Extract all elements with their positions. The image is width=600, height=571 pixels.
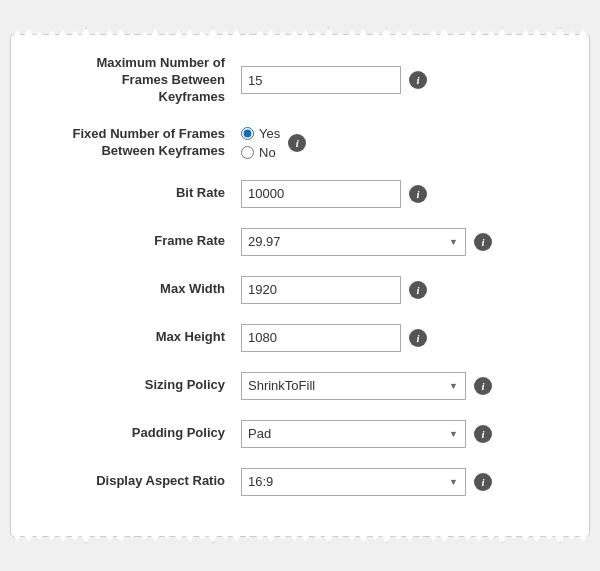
aspect-ratio-label: Display Aspect Ratio xyxy=(41,473,241,490)
frame-rate-info-icon[interactable]: i xyxy=(474,233,492,251)
radio-yes-item[interactable]: Yes xyxy=(241,126,280,141)
max-frames-input[interactable] xyxy=(241,66,401,94)
bit-rate-input[interactable] xyxy=(241,180,401,208)
max-height-label: Max Height xyxy=(41,329,241,346)
fixed-frames-controls: Yes No i xyxy=(241,126,559,160)
max-height-input[interactable] xyxy=(241,324,401,352)
max-frames-label: Maximum Number ofFrames BetweenKeyframes xyxy=(41,55,241,106)
max-width-label: Max Width xyxy=(41,281,241,298)
fixed-frames-info-icon[interactable]: i xyxy=(288,134,306,152)
frame-rate-select[interactable]: 29.97 23.97 24 25 30 50 60 xyxy=(241,228,466,256)
max-height-controls: i xyxy=(241,324,559,352)
bit-rate-info-icon[interactable]: i xyxy=(409,185,427,203)
max-frames-controls: i xyxy=(241,66,559,94)
padding-policy-select-wrap: Pad NoPad xyxy=(241,420,466,448)
max-width-info-icon[interactable]: i xyxy=(409,281,427,299)
max-height-row: Max Height i xyxy=(41,324,559,356)
radio-yes-input[interactable] xyxy=(241,127,254,140)
settings-panel: Maximum Number ofFrames BetweenKeyframes… xyxy=(10,34,590,537)
bit-rate-label: Bit Rate xyxy=(41,185,241,202)
sizing-policy-select-wrap: ShrinkToFill Fit Fill Stretch Keep xyxy=(241,372,466,400)
sizing-policy-label: Sizing Policy xyxy=(41,377,241,394)
max-width-controls: i xyxy=(241,276,559,304)
sizing-policy-row: Sizing Policy ShrinkToFill Fit Fill Stre… xyxy=(41,372,559,404)
sizing-policy-info-icon[interactable]: i xyxy=(474,377,492,395)
max-width-row: Max Width i xyxy=(41,276,559,308)
max-frames-info-icon[interactable]: i xyxy=(409,71,427,89)
max-height-info-icon[interactable]: i xyxy=(409,329,427,347)
radio-no-item[interactable]: No xyxy=(241,145,280,160)
bit-rate-controls: i xyxy=(241,180,559,208)
padding-policy-controls: Pad NoPad i xyxy=(241,420,559,448)
padding-policy-select[interactable]: Pad NoPad xyxy=(241,420,466,448)
frame-rate-controls: 29.97 23.97 24 25 30 50 60 i xyxy=(241,228,559,256)
aspect-ratio-row: Display Aspect Ratio 16:9 4:3 auto 1:1 2… xyxy=(41,468,559,500)
max-frames-row: Maximum Number ofFrames BetweenKeyframes… xyxy=(41,55,559,110)
frame-rate-row: Frame Rate 29.97 23.97 24 25 30 50 60 i xyxy=(41,228,559,260)
radio-no-input[interactable] xyxy=(241,146,254,159)
sizing-policy-controls: ShrinkToFill Fit Fill Stretch Keep i xyxy=(241,372,559,400)
padding-policy-info-icon[interactable]: i xyxy=(474,425,492,443)
radio-yes-label: Yes xyxy=(259,126,280,141)
aspect-ratio-controls: 16:9 4:3 auto 1:1 2:3 i xyxy=(241,468,559,496)
max-width-input[interactable] xyxy=(241,276,401,304)
aspect-ratio-select-wrap: 16:9 4:3 auto 1:1 2:3 xyxy=(241,468,466,496)
radio-no-label: No xyxy=(259,145,276,160)
fixed-frames-radio-group: Yes No xyxy=(241,126,280,160)
padding-policy-label: Padding Policy xyxy=(41,425,241,442)
aspect-ratio-select[interactable]: 16:9 4:3 auto 1:1 2:3 xyxy=(241,468,466,496)
padding-policy-row: Padding Policy Pad NoPad i xyxy=(41,420,559,452)
sizing-policy-select[interactable]: ShrinkToFill Fit Fill Stretch Keep xyxy=(241,372,466,400)
fixed-frames-label: Fixed Number of FramesBetween Keyframes xyxy=(41,126,241,160)
fixed-frames-row: Fixed Number of FramesBetween Keyframes … xyxy=(41,126,559,164)
frame-rate-label: Frame Rate xyxy=(41,233,241,250)
aspect-ratio-info-icon[interactable]: i xyxy=(474,473,492,491)
bit-rate-row: Bit Rate i xyxy=(41,180,559,212)
frame-rate-select-wrap: 29.97 23.97 24 25 30 50 60 xyxy=(241,228,466,256)
